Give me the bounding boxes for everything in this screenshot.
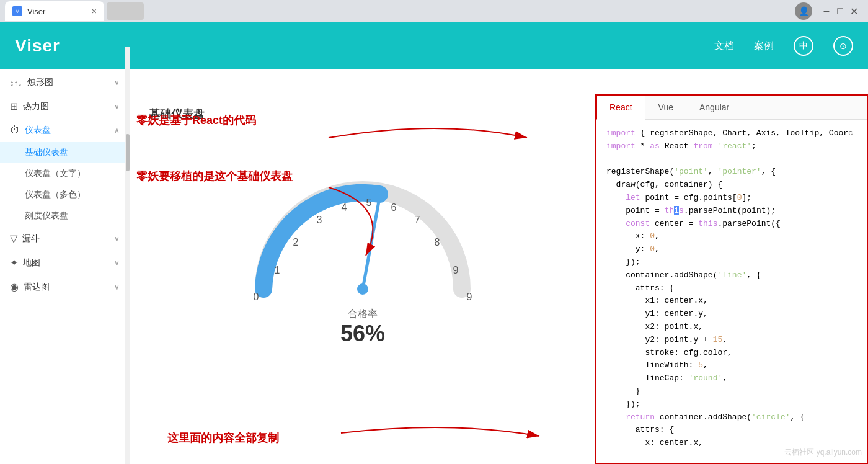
code-line-1: import { registerShape, Chart, Axis, Too… (606, 127, 857, 140)
sidebar-subitem-gauge-color[interactable]: 仪表盘（多色） (0, 184, 130, 205)
sidebar: ≡ 箱型图 ∨ ↕↑↓ 烛形图 ∨ ⊞ 热力图 ∨ ⏱ 仪表盘 ∧ 基础仪表盘 (0, 47, 130, 299)
gauge-value: 56% (340, 321, 385, 347)
code-line-12: attrs: { (606, 282, 857, 295)
code-line-23: attrs: { (606, 424, 857, 437)
sidebar-item-funnel[interactable]: ▽ 漏斗 ∨ (0, 226, 130, 251)
radar-icon: ◉ (10, 281, 19, 293)
map-icon: ✦ (10, 257, 18, 269)
annotation-copy: 这里面的内容全部复制 (167, 431, 279, 445)
sidebar-item-heatmap[interactable]: ⊞ 热力图 ∨ (0, 94, 130, 118)
sidebar-subitem-basic-gauge[interactable]: 基础仪表盘 (0, 142, 130, 163)
code-line-blank (606, 153, 857, 166)
sidebar-item-label: 漏斗 (22, 233, 40, 244)
svg-text:7: 7 (415, 215, 420, 225)
svg-line-14 (363, 195, 380, 289)
sidebar-subitem-scale-gauge[interactable]: 刻度仪表盘 (0, 205, 130, 226)
funnel-icon: ▽ (10, 233, 17, 244)
sidebar-item-label: 烛形图 (27, 77, 53, 88)
sidebar-subitem-gauge-text[interactable]: 仪表盘（文字） (0, 163, 130, 184)
svg-text:2: 2 (293, 237, 299, 248)
sidebar-item-label: 仪表盘 (25, 125, 51, 136)
nav-links: 文档 案例 中 ⊙ (714, 47, 853, 56)
annotation-react-text: 零妖是基于React的代码 (136, 114, 256, 127)
chevron-down-icon: ∨ (114, 102, 120, 111)
maximize-button[interactable]: □ (836, 7, 844, 16)
annotation-react: 零妖是基于React的代码 (136, 113, 256, 128)
profile-icon[interactable]: 👤 (795, 2, 812, 20)
code-line-15: x2: point.x, (606, 321, 857, 334)
gauge-wrapper: 0 1 2 3 4 5 6 7 (245, 159, 480, 347)
code-line-11: container.addShape('line', { (606, 269, 857, 282)
code-line-4: draw(cfg, container) { (606, 179, 857, 192)
svg-text:1: 1 (275, 265, 280, 275)
sidebar-item-candlestick[interactable]: ↕↑↓ 烛形图 ∨ (0, 71, 130, 94)
sidebar-item-label: 热力图 (23, 101, 49, 112)
annotation-gauge-text: 零妖要移植的是这个基础仪表盘 (136, 170, 293, 182)
tab-vue[interactable]: Vue (645, 96, 686, 119)
code-line-6: point = this.parsePoint(point); (606, 205, 857, 218)
main-content: Viser 文档 案例 中 ⊙ 基础仪表盘 零妖是基于React的代码 零妖要移… (130, 47, 868, 464)
scrollbar-thumb[interactable] (126, 134, 130, 171)
nav-docs[interactable]: 文档 (714, 47, 734, 53)
code-line-5: let point = cfg.points[0]; (606, 192, 857, 205)
svg-text:5: 5 (366, 197, 372, 208)
window-controls: – □ ✕ (822, 7, 863, 16)
code-line-16: y2: point.y + 15, (606, 334, 857, 347)
sidebar-item-gauge[interactable]: ⏱ 仪表盘 ∧ (0, 118, 130, 142)
tab-react[interactable]: React (596, 96, 645, 120)
annotation-gauge: 零妖要移植的是这个基础仪表盘 (136, 169, 293, 184)
code-line-22: return container.addShape('circle', { (606, 411, 857, 424)
code-tabs: React Vue Angular (596, 96, 867, 120)
code-line-13: x1: center.x, (606, 295, 857, 308)
new-tab-area (107, 2, 144, 20)
code-line-7: const center = this.parsePoint({ (606, 218, 857, 231)
code-line-10: }); (606, 256, 857, 269)
code-line-9: y: 0, (606, 243, 857, 256)
tab-favicon: V (12, 6, 22, 16)
active-tab[interactable]: V Viser × (5, 1, 104, 21)
chevron-up-icon: ∧ (114, 126, 120, 135)
sidebar-item-map[interactable]: ✦ 地图 ∨ (0, 251, 130, 275)
gauge-label: 合格率 (348, 308, 378, 321)
nav-examples[interactable]: 案例 (754, 47, 774, 53)
tab-title: Viser (27, 7, 87, 16)
code-line-19: lineCap: 'round', (606, 372, 857, 385)
svg-text:6: 6 (391, 202, 397, 213)
code-line-8: x: 0, (606, 230, 857, 243)
svg-text:4: 4 (342, 202, 347, 213)
code-line-2: import * as React from 'react'; (606, 140, 857, 153)
top-nav: Viser 文档 案例 中 ⊙ (130, 47, 868, 69)
code-line-24: x: center.x, (606, 437, 857, 450)
svg-text:9: 9 (467, 292, 472, 302)
gauge-icon: ⏱ (10, 125, 20, 136)
sidebar-item-radar[interactable]: ◉ 雷达图 ∨ (0, 275, 130, 299)
svg-text:3: 3 (317, 215, 322, 225)
sidebar-subitem-label: 基础仪表盘 (25, 147, 68, 157)
svg-text:9: 9 (453, 265, 459, 275)
code-line-20: } (606, 385, 857, 398)
lang-switcher[interactable]: 中 (794, 47, 813, 56)
heatmap-icon: ⊞ (10, 100, 18, 112)
tab-bar: V Viser × – □ ✕ 👤 (0, 0, 868, 22)
gauge-container: 0 1 2 3 4 5 6 7 (149, 159, 577, 347)
close-button[interactable]: ✕ (849, 7, 858, 16)
tab-close-button[interactable]: × (92, 6, 97, 16)
code-area: React Vue Angular import { registerShape… (595, 94, 868, 464)
scrollbar-track[interactable] (125, 47, 130, 464)
code-line-3: registerShape('point', 'pointer', { (606, 166, 857, 179)
code-line-21: }); (606, 398, 857, 411)
github-link[interactable]: ⊙ (833, 47, 853, 56)
app-body: ≡ 箱型图 ∨ ↕↑↓ 烛形图 ∨ ⊞ 热力图 ∨ ⏱ 仪表盘 ∧ 基础仪表盘 (0, 47, 868, 464)
tab-angular[interactable]: Angular (686, 96, 742, 119)
demo-area: 基础仪表盘 零妖是基于React的代码 零妖要移植的是这个基础仪表盘 (130, 94, 595, 464)
chevron-down-icon: ∨ (114, 283, 120, 292)
chevron-down-icon: ∨ (114, 78, 120, 87)
code-line-14: y1: center.y, (606, 308, 857, 321)
sidebar-container: ≡ 箱型图 ∨ ↕↑↓ 烛形图 ∨ ⊞ 热力图 ∨ ⏱ 仪表盘 ∧ 基础仪表盘 (0, 47, 130, 464)
sidebar-subitem-label: 刻度仪表盘 (25, 210, 68, 220)
code-content[interactable]: import { registerShape, Chart, Axis, Too… (596, 120, 867, 463)
sidebar-item-label: 雷达图 (24, 282, 50, 293)
svg-text:0: 0 (254, 292, 259, 302)
minimize-button[interactable]: – (822, 7, 831, 16)
sidebar-item-label: 地图 (23, 257, 40, 269)
